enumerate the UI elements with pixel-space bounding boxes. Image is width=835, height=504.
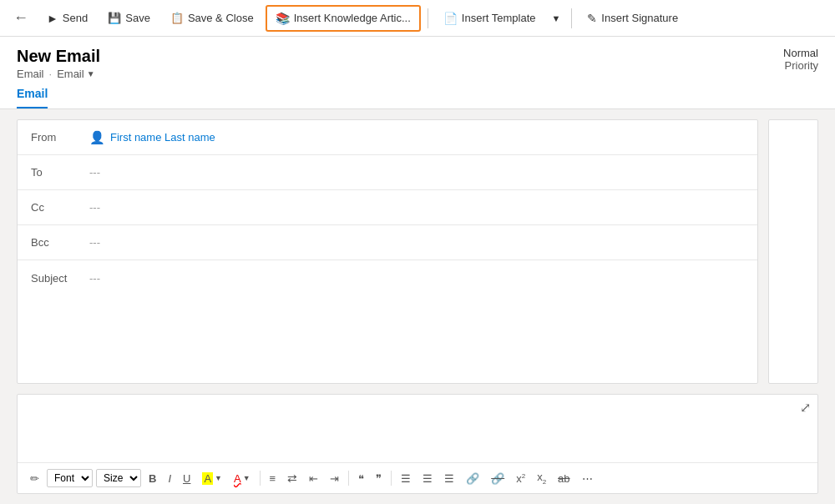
more-options-button[interactable]: ⋯ [578,470,597,487]
main-toolbar: ← ► Send 💾 Save 📋 Save & Close 📚 Insert … [0,0,835,37]
insert-template-label: Insert Template [462,12,536,24]
indent-decrease-icon: ⇤ [309,472,318,485]
save-label: Save [125,12,150,24]
insert-article-button[interactable]: 📚 Insert Knowledge Artic... [266,5,421,32]
underline-icon: U [183,472,190,485]
toolbar-divider-2 [571,8,572,28]
priority-section: Normal Priority [783,47,818,72]
bcc-label: Bcc [31,236,89,249]
bold-button[interactable]: B [144,470,160,487]
superscript-button[interactable]: x2 [512,470,529,487]
editor-expand-button[interactable]: ⤢ [800,400,811,416]
link-icon: 🔗 [466,472,479,485]
unlink-icon: 🔗 [491,472,504,485]
bold-icon: B [149,472,156,485]
from-value[interactable]: 👤 First name Last name [89,130,215,145]
editor-divider-1 [260,471,261,486]
send-button[interactable]: ► Send [38,7,96,30]
more-options-icon: ⋯ [582,472,593,485]
save-close-button[interactable]: 📋 Save & Close [162,7,262,29]
highlight-button[interactable]: A ▼ [198,470,226,487]
align-left-icon: ≡ [270,472,276,485]
insert-template-button[interactable]: 📄 Insert Template [435,7,544,30]
italic-icon: I [168,472,171,485]
font-color-icon: A [234,472,241,485]
subject-label: Subject [31,272,89,285]
highlight-dropdown-icon: ▼ [215,474,222,482]
chevron-down-icon: ▼ [551,13,560,23]
indent-decrease-button[interactable]: ⇤ [305,470,322,487]
highlight-icon: A [202,472,213,485]
save-close-label: Save & Close [188,12,254,24]
person-icon: 👤 [89,130,105,145]
tab-email[interactable]: Email [17,80,48,108]
indent-increase-button[interactable]: ⇥ [326,470,343,487]
font-color-button[interactable]: A ▼ [230,470,255,487]
align-right-icon: ☰ [423,472,433,485]
editor-area[interactable]: ⤢ ✏ Font Size B I [17,394,818,494]
email-type-chevron-icon: ▼ [87,69,95,78]
font-color-dropdown-icon: ▼ [243,474,250,482]
cc-value: --- [89,201,100,214]
insert-signature-button[interactable]: ✎ Insert Signature [579,7,686,30]
justify-icon: ☰ [444,472,454,485]
subtitle-email-label: Email [17,68,44,80]
quote-open-button[interactable]: ❝ [354,470,368,487]
toolbar-divider-1 [428,8,428,28]
justify-button[interactable]: ☰ [440,470,458,487]
link-button[interactable]: 🔗 [462,470,483,487]
page-title: New Email [17,47,100,66]
insert-article-label: Insert Knowledge Artic... [294,12,411,24]
align-right-button[interactable]: ☰ [418,470,437,487]
insert-signature-label: Insert Signature [601,12,678,24]
quote-open-icon: ❝ [358,472,364,485]
strikethrough-button[interactable]: ab [554,470,574,487]
email-type-dropdown[interactable]: Email ▼ [57,68,94,80]
form-row-cc[interactable]: Cc --- [18,190,757,225]
subject-value: --- [89,272,100,285]
email-title-section: New Email Email · Email ▼ [17,47,100,80]
editor-eraser-button[interactable]: ✏ [26,470,43,487]
from-label: From [31,131,89,144]
main-content: From 👤 First name Last name To --- Cc --… [0,109,835,394]
subtitle-dot: · [49,68,53,80]
italic-button[interactable]: I [164,470,175,487]
editor-body[interactable] [18,395,817,462]
subscript-button[interactable]: x2 [533,468,550,488]
email-subtitle: Email · Email ▼ [17,68,100,80]
form-row-from: From 👤 First name Last name [18,120,757,155]
email-form: From 👤 First name Last name To --- Cc --… [17,119,758,384]
form-row-bcc[interactable]: Bcc --- [18,225,757,260]
ordered-list-icon: ⇄ [287,471,297,485]
align-center-icon: ☰ [401,472,411,485]
editor-container: ⤢ ✏ Font Size B I [0,394,835,504]
tabs-bar: Email [0,80,835,109]
quote-close-icon: ❞ [376,472,382,485]
save-icon: 💾 [108,12,121,24]
back-button[interactable]: ← [7,6,35,30]
quote-close-button[interactable]: ❞ [372,470,386,487]
priority-value: Normal [783,47,818,59]
indent-increase-icon: ⇥ [330,472,339,485]
font-select[interactable]: Font [47,469,93,487]
size-select[interactable]: Size [96,469,141,487]
align-left-button[interactable]: ≡ [266,470,281,487]
form-row-to[interactable]: To --- [18,155,757,190]
bcc-value: --- [89,236,100,249]
form-row-subject[interactable]: Subject --- [18,260,757,295]
unlink-button[interactable]: 🔗 [487,470,509,487]
align-center-button[interactable]: ☰ [397,470,415,487]
editor-divider-2 [348,471,349,486]
ordered-list-button[interactable]: ⇄ [283,469,301,487]
template-dropdown-button[interactable]: ▼ [547,8,564,28]
email-type-label: Email [57,68,84,80]
underline-button[interactable]: U [179,470,195,487]
editor-divider-3 [391,471,392,486]
eraser-icon: ✏ [30,472,39,485]
superscript-icon: x2 [516,472,525,485]
save-button[interactable]: 💾 Save [99,7,159,29]
expand-icon: ⤢ [800,401,811,415]
subscript-icon: x2 [537,471,546,486]
send-icon: ► [47,12,58,25]
editor-toolbar: ✏ Font Size B I U A [18,462,817,493]
